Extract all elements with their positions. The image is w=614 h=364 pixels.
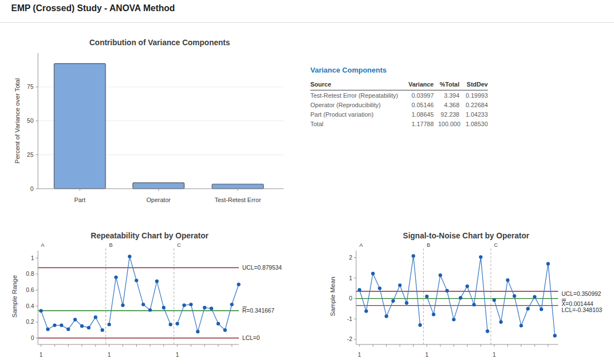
data-point xyxy=(546,262,550,265)
control-limit-label: UCL=0.879534 xyxy=(242,264,282,271)
data-point xyxy=(94,315,97,319)
data-point xyxy=(223,328,227,332)
table-cell: Test-Retest Error (Repeatability) xyxy=(310,90,404,100)
table-cell: 1.08530 xyxy=(459,119,488,128)
report-canvas: EMP (Crossed) Study - ANOVA Method 02550… xyxy=(0,0,614,364)
data-point xyxy=(472,303,476,306)
table-cell: 3.394 xyxy=(434,90,459,100)
data-point xyxy=(87,326,90,329)
data-point xyxy=(452,318,455,321)
data-point xyxy=(486,329,489,333)
data-point xyxy=(385,314,388,318)
repeatability-control-chart: UCL=0.879534R=0.341667LCL=000.20.40.60.8… xyxy=(0,228,307,364)
series-line xyxy=(178,285,239,332)
data-point xyxy=(66,328,70,331)
data-point xyxy=(141,303,145,306)
column-header: StdDev xyxy=(459,80,488,90)
data-point xyxy=(80,324,84,328)
bar-Part xyxy=(54,64,105,189)
table-row: Total1.17788100.0001.08530 xyxy=(310,119,488,128)
y-tick-label: 0.6 xyxy=(26,286,34,293)
data-point xyxy=(378,286,381,290)
data-point xyxy=(107,323,111,326)
data-point xyxy=(237,282,240,286)
series-line xyxy=(41,311,103,330)
panel-label: C xyxy=(494,242,498,248)
panel-label: A xyxy=(41,242,45,248)
data-point xyxy=(553,334,557,337)
y-tick-label: 0 xyxy=(31,334,34,341)
data-point xyxy=(492,298,496,301)
data-point xyxy=(459,296,462,299)
data-point xyxy=(73,318,76,321)
category-label: Test-Retest Error xyxy=(214,197,261,203)
y-tick-label: 0.4 xyxy=(26,303,34,309)
table-cell: Operator (Reproducibility) xyxy=(310,100,404,109)
data-point xyxy=(162,306,165,309)
data-point xyxy=(445,289,449,293)
data-point xyxy=(425,295,429,298)
data-point xyxy=(114,275,118,279)
category-label: Operator xyxy=(146,197,171,203)
table-cell: 4.368 xyxy=(434,100,459,109)
data-point xyxy=(540,308,543,311)
bar-Operator xyxy=(133,183,184,189)
data-point xyxy=(391,299,395,303)
data-point xyxy=(411,254,415,257)
data-point xyxy=(506,279,509,282)
data-point xyxy=(499,320,502,324)
chart-title: Repeatability Chart by Operator xyxy=(91,231,209,240)
column-header: Source xyxy=(310,80,404,90)
y-axis-label: Percent of Variance over Total xyxy=(14,78,21,164)
panel-label: A xyxy=(359,242,363,248)
series-line xyxy=(427,257,488,331)
data-point xyxy=(533,295,536,299)
data-point xyxy=(210,306,213,310)
data-point xyxy=(439,274,442,277)
panel-label: C xyxy=(177,242,181,248)
control-limit-label: UCL=0.350992 xyxy=(562,290,601,297)
data-point xyxy=(39,309,42,313)
data-point xyxy=(169,323,172,326)
table-cell: Part (Product variation) xyxy=(310,109,404,119)
data-point xyxy=(46,328,50,331)
data-point xyxy=(466,285,469,288)
data-point xyxy=(479,255,482,258)
x-tick-label: 1 xyxy=(425,351,429,358)
panel-label: B xyxy=(427,242,430,248)
chart-title: Signal-to-Noise Chart by Operator xyxy=(403,231,530,240)
data-point xyxy=(512,294,516,298)
y-axis-label: Sample Mean xyxy=(329,277,336,317)
data-point xyxy=(196,330,199,333)
table-cell: 100.000 xyxy=(434,119,459,128)
y-tick-label: -2 xyxy=(347,336,352,342)
y-tick-label: 1 xyxy=(349,275,352,281)
control-limit-label: LCL=-0.348103 xyxy=(562,306,602,313)
y-tick-label: 75 xyxy=(27,83,33,90)
variance-components-title: Variance Components xyxy=(310,66,488,74)
y-tick-label: 0 xyxy=(349,295,352,301)
column-header: Variance xyxy=(404,80,434,90)
y-tick-label: 0.8 xyxy=(26,270,34,277)
series-line xyxy=(494,264,555,336)
data-point xyxy=(121,304,124,307)
column-header: %Total xyxy=(434,80,459,90)
contribution-bar-chart: 0255075PartOperatorTest-Retest ErrorCont… xyxy=(11,31,307,209)
table-cell: 0.03997 xyxy=(404,90,434,100)
page-title: EMP (Crossed) Study - ANOVA Method xyxy=(11,3,175,13)
series-line xyxy=(359,256,420,325)
data-point xyxy=(100,328,104,332)
variance-components-table: SourceVariance%TotalStdDev Test-Retest E… xyxy=(310,80,488,128)
y-tick-label: 2 xyxy=(349,254,352,261)
data-point xyxy=(358,288,361,291)
control-limit-label: LCL=0 xyxy=(242,334,260,341)
x-tick-label: 1 xyxy=(108,351,111,358)
table-header: SourceVariance%TotalStdDev xyxy=(310,80,488,90)
data-point xyxy=(176,322,179,325)
data-point xyxy=(519,324,522,327)
category-label: Part xyxy=(74,197,85,203)
y-tick-label: 1 xyxy=(31,255,34,261)
data-point xyxy=(189,303,193,306)
data-point xyxy=(371,272,375,275)
data-point xyxy=(217,322,220,325)
